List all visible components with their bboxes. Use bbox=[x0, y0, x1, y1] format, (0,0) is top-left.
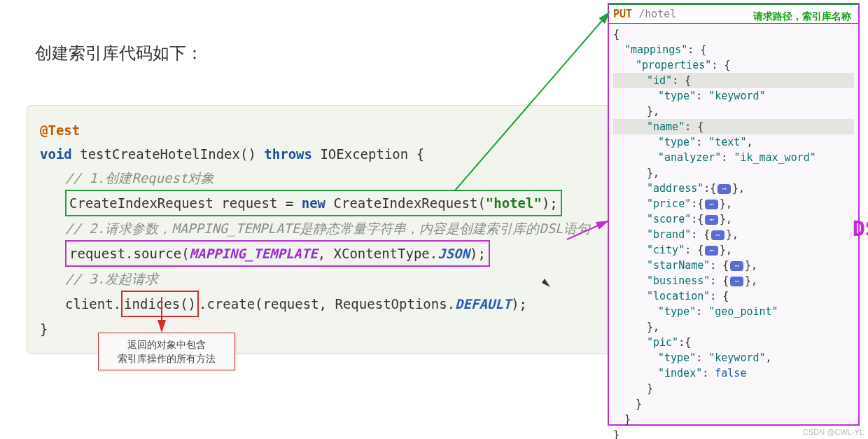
fold-icon[interactable]: ⋯ bbox=[705, 215, 718, 225]
code-text: CreateIndexRequest( bbox=[326, 195, 486, 211]
dsl-json-body: {"mappings": {"properties": {"id": {"typ… bbox=[609, 24, 858, 439]
json-key: "brand" bbox=[647, 228, 691, 241]
json-key: "price" bbox=[647, 197, 691, 210]
json-key: "pic" bbox=[647, 336, 678, 349]
json-key: "properties" bbox=[636, 59, 711, 71]
fold-icon[interactable]: ⋯ bbox=[711, 230, 724, 240]
json-text: : { bbox=[685, 120, 704, 133]
json-key: "index" bbox=[658, 367, 702, 379]
json-key: "type" bbox=[658, 136, 696, 148]
json-text: : { bbox=[710, 290, 729, 302]
kw-new: new bbox=[302, 195, 326, 211]
create-request-line: CreateIndexRequest request = new CreateI… bbox=[65, 190, 562, 216]
string-hotel: "hotel" bbox=[486, 195, 542, 211]
json-string: "geo_point" bbox=[708, 305, 778, 318]
json-text: : { bbox=[710, 259, 729, 272]
json-text: : bbox=[702, 367, 715, 379]
code-text: ); bbox=[542, 195, 558, 211]
http-path: /hotel bbox=[638, 8, 676, 20]
fold-icon[interactable]: ⋯ bbox=[705, 200, 718, 209]
json-text: : bbox=[696, 90, 708, 102]
dsl-head-label: 请求路径，索引库名称 bbox=[753, 8, 851, 24]
watermark: CSDN @CWL-YL bbox=[803, 428, 864, 436]
code-text: client. bbox=[65, 296, 121, 312]
json-key: "name" bbox=[647, 120, 685, 133]
mapping-template: MAPPING_TEMPLATE bbox=[190, 246, 318, 261]
method-tail: IOException { bbox=[312, 146, 424, 162]
json-text: : { bbox=[711, 59, 730, 71]
json-text: : { bbox=[687, 43, 706, 56]
json-const: JSON bbox=[438, 246, 470, 261]
code-text: ); bbox=[470, 246, 486, 261]
comment-3: // 3.发起请求 bbox=[40, 267, 158, 291]
fold-icon[interactable]: ⋯ bbox=[705, 246, 718, 256]
json-text: : bbox=[721, 151, 734, 164]
json-key: "city" bbox=[647, 244, 685, 256]
json-text: } bbox=[624, 413, 631, 426]
comment-2: // 2.请求参数，MAPPING_TEMPLATE是静态常量字符串，内容是创建… bbox=[40, 216, 590, 240]
code-text: CreateIndexRequest request = bbox=[69, 195, 302, 211]
json-key: "id" bbox=[647, 74, 672, 87]
json-text: : { bbox=[691, 228, 710, 241]
section-title: 创建索引库代码如下： bbox=[35, 42, 203, 64]
json-key: "score" bbox=[647, 213, 691, 225]
json-key: "analyzer" bbox=[658, 151, 721, 164]
json-text: }, bbox=[647, 167, 659, 179]
json-text: : bbox=[696, 305, 708, 318]
json-string: "keyword" bbox=[708, 351, 765, 364]
fold-icon[interactable]: ⋯ bbox=[730, 277, 743, 286]
json-text: : bbox=[696, 351, 708, 364]
json-text: } bbox=[647, 382, 653, 395]
json-string: "keyword" bbox=[708, 90, 765, 102]
json-text: }, bbox=[647, 105, 659, 118]
json-key: "location" bbox=[647, 290, 710, 302]
dsl-panel: PUT /hotel 请求路径，索引库名称 {"mappings": {"pro… bbox=[608, 3, 860, 426]
json-key: "starName" bbox=[647, 259, 710, 272]
json-text: } bbox=[636, 398, 642, 410]
kw-throws: throws bbox=[264, 146, 312, 162]
source-line: request.source(MAPPING_TEMPLATE, XConten… bbox=[65, 240, 490, 267]
json-text: : { bbox=[710, 274, 729, 287]
indices-box: indices() bbox=[121, 291, 199, 317]
json-key: "type" bbox=[658, 305, 696, 318]
method-name: testCreateHotelIndex() bbox=[72, 146, 265, 162]
code-text: ); bbox=[511, 296, 527, 312]
json-key: "mappings" bbox=[624, 43, 687, 56]
code-text: request.source( bbox=[69, 246, 190, 261]
callout-note: 返回的对象中包含 索引库操作的所有方法 bbox=[98, 333, 235, 370]
code-text: .create(request, RequestOptions. bbox=[199, 296, 455, 312]
java-code-block: @Test void testCreateHotelIndex() throws… bbox=[27, 105, 620, 354]
annotation: @Test bbox=[40, 123, 80, 138]
json-text: :{ bbox=[678, 336, 691, 349]
json-literal: false bbox=[715, 367, 746, 379]
kw-void: void bbox=[40, 146, 72, 162]
default-const: DEFAULT bbox=[455, 296, 511, 312]
json-key: "address" bbox=[647, 182, 704, 195]
note-line-2: 索引库操作的所有方法 bbox=[102, 351, 232, 365]
fold-icon[interactable]: ⋯ bbox=[730, 261, 743, 271]
json-key: "business" bbox=[647, 274, 710, 287]
json-text: } bbox=[613, 428, 620, 439]
comment-1: // 1.创建Request对象 bbox=[40, 166, 214, 190]
json-text: :{ bbox=[691, 213, 704, 225]
dsl-big-label: DSL bbox=[853, 221, 868, 237]
json-string: "text" bbox=[708, 136, 746, 148]
client-call: client.indices().create(request, Request… bbox=[40, 291, 527, 317]
http-method: PUT bbox=[613, 8, 632, 20]
json-text: { bbox=[613, 28, 620, 41]
json-text: :{ bbox=[691, 197, 704, 210]
json-text: : { bbox=[685, 244, 704, 256]
close-brace: } bbox=[40, 321, 48, 337]
json-text: : { bbox=[672, 74, 691, 87]
json-key: "type" bbox=[658, 90, 696, 102]
code-text: , XContentType. bbox=[318, 246, 438, 261]
note-line-1: 返回的对象中包含 bbox=[102, 337, 232, 351]
json-text: :{ bbox=[704, 182, 716, 195]
json-key: "type" bbox=[658, 351, 696, 364]
json-string: "ik_max_word" bbox=[734, 151, 816, 164]
json-text: }, bbox=[647, 321, 659, 333]
json-text: : bbox=[696, 136, 708, 148]
fold-icon[interactable]: ⋯ bbox=[718, 184, 731, 194]
